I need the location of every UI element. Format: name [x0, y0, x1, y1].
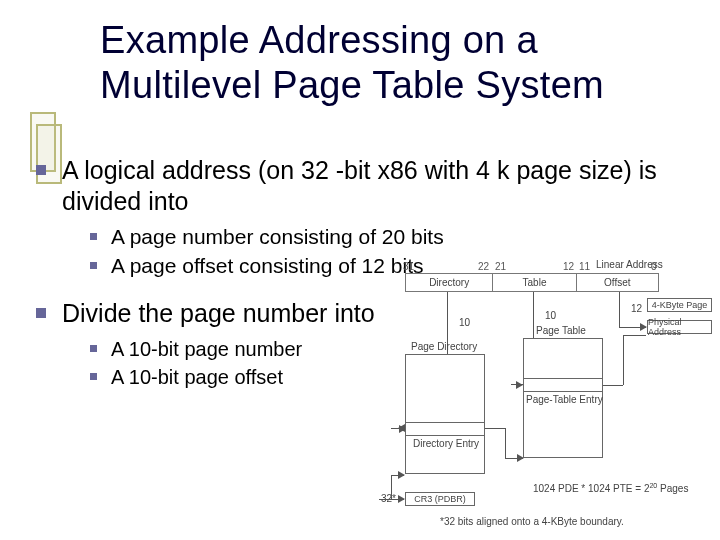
- bullet-icon: [36, 165, 46, 175]
- bullet-icon: [90, 233, 97, 240]
- physical-address-box: Physical Address: [647, 320, 712, 334]
- segment-offset: Offset: [577, 274, 658, 291]
- list-item: A page number consisting of 20 bits: [90, 224, 690, 251]
- segment-directory: Directory: [406, 274, 493, 291]
- connector: [623, 335, 624, 385]
- pde-pte-prefix: 1024 PDE * 1024 PTE = 2: [533, 483, 649, 494]
- cr3-box: CR3 (PDBR): [405, 492, 475, 506]
- arrow-icon: [517, 454, 524, 462]
- paging-diagram: Linear Address 31 22 21 12 11 0 Director…: [361, 258, 718, 526]
- width-label: 12: [631, 303, 642, 314]
- diagram-footnote: *32 bits aligned onto a 4-KByte boundary…: [440, 516, 624, 527]
- width-label: 10: [459, 317, 470, 328]
- connector: [619, 292, 620, 327]
- bullet-text: A logical address (on 32 -bit x86 with 4…: [62, 155, 690, 216]
- page-table-entry-label: Page-Table Entry: [526, 394, 603, 405]
- bullet-icon: [90, 262, 97, 269]
- bit-number: 31: [403, 261, 414, 272]
- bullet-icon: [90, 373, 97, 380]
- connector: [505, 428, 506, 458]
- connector: [623, 335, 646, 336]
- connector: [485, 428, 505, 429]
- bit-number: 21: [495, 261, 506, 272]
- arrow-icon: [640, 323, 647, 331]
- directory-entry-label: Directory Entry: [413, 438, 479, 449]
- bullet-text: Divide the page number into: [62, 298, 375, 329]
- bullet-text: A 10-bit page number: [111, 336, 302, 362]
- page-directory-box: [405, 354, 485, 474]
- bit-number: 22: [478, 261, 489, 272]
- bullet-icon: [90, 345, 97, 352]
- slide-title: Example Addressing on a Multilevel Page …: [100, 18, 695, 108]
- pde-pte-suffix: Pages: [657, 483, 688, 494]
- page-directory-label: Page Directory: [411, 341, 477, 352]
- arrow-icon: [398, 471, 405, 479]
- bit-number: 11: [579, 261, 590, 272]
- segment-table: Table: [493, 274, 576, 291]
- bullet-text: A 10-bit page offset: [111, 364, 283, 390]
- list-item: A logical address (on 32 -bit x86 with 4…: [30, 155, 690, 216]
- linear-address-bar: Directory Table Offset: [405, 273, 659, 292]
- bit-number: 0: [651, 261, 657, 272]
- directory-entry-box: [405, 422, 485, 436]
- bullet-icon: [36, 308, 46, 318]
- arrow-icon: [516, 381, 523, 389]
- page-4k-box: 4-KByte Page: [647, 298, 712, 312]
- bullet-text: A page number consisting of 20 bits: [111, 224, 444, 251]
- connector: [391, 475, 392, 499]
- bit-number: 12: [563, 261, 574, 272]
- page-table-entry-box: [523, 378, 603, 392]
- page-table-label: Page Table: [536, 325, 586, 336]
- width-label: 10: [545, 310, 556, 321]
- pde-pte-equation: 1024 PDE * 1024 PTE = 220 Pages: [533, 482, 688, 494]
- arrow-icon: [398, 495, 405, 503]
- connector: [603, 385, 623, 386]
